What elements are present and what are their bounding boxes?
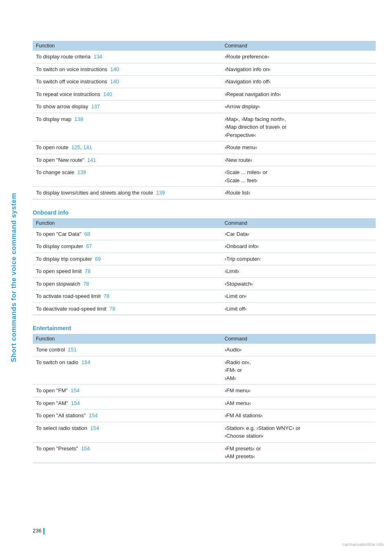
function-cell: To open route 125, 141 <box>33 141 221 154</box>
table-row: To show arrow display 137›Arrow display‹ <box>33 101 376 113</box>
function-text: To open "All stations" <box>36 412 89 418</box>
entertainment-table: Function Command Tone control 151›Audio‹… <box>33 334 376 463</box>
table-row: To repeat voice instructions 140›Repeat … <box>33 88 376 101</box>
page-ref: 68 <box>84 231 90 237</box>
function-text: To switch on radio <box>36 359 81 365</box>
col-function-nav: Function <box>33 41 221 51</box>
command-cell: ›Route menu‹ <box>221 141 376 154</box>
function-text: To open "Presets" <box>36 445 81 452</box>
function-cell: To display computer 67 <box>33 240 221 253</box>
function-cell: To display trip computer 69 <box>33 253 221 265</box>
command-cell: ›Limit off‹ <box>221 302 376 315</box>
command-cell: ›Route list‹ <box>221 187 376 199</box>
function-cell: To repeat voice instructions 140 <box>33 88 221 101</box>
table-row: To open stopwatch 78›Stopwatch‹ <box>33 278 376 290</box>
col-function-ent: Function <box>33 334 221 344</box>
function-cell: To open "Presets" 154 <box>33 442 221 463</box>
section-entertainment: Entertainment Function Command Tone cont… <box>33 325 376 463</box>
table-row: To switch on voice instructions 140›Navi… <box>33 63 376 76</box>
function-cell: To display towns/cities and streets alon… <box>33 187 221 199</box>
command-cell: ›Car Data‹ <box>221 228 376 240</box>
function-text: To open stopwatch <box>36 281 83 287</box>
table-row: To change scale 139›Scale ... miles‹ or … <box>33 166 376 187</box>
function-cell: To open "New route" 141 <box>33 154 221 166</box>
page-ref: 67 <box>86 243 92 249</box>
command-cell: ›Stopwatch‹ <box>221 278 376 290</box>
page-ref: 139 <box>156 190 165 196</box>
table-row: Tone control 151›Audio‹ <box>33 344 376 356</box>
table-row: To open "FM" 154›FM menu‹ <box>33 385 376 397</box>
table-row: To open "Car Data" 68›Car Data‹ <box>33 228 376 240</box>
function-cell: To open "All stations" 154 <box>33 410 221 422</box>
table-row: To display route criteria 134›Route pref… <box>33 51 376 63</box>
page-ref: 78 <box>83 281 89 287</box>
page-ref: 139 <box>77 169 86 175</box>
command-cell: ›Repeat navigation info‹ <box>221 88 376 101</box>
page-ref: 78 <box>103 293 109 299</box>
table-row: To select radio station 154›Station‹ e.g… <box>33 422 376 442</box>
command-cell: ›FM presets‹ or ›AM presets‹ <box>221 442 376 463</box>
function-text: To display route criteria <box>36 54 94 60</box>
col-function-onboard: Function <box>33 218 221 228</box>
page-ref: 154 <box>81 359 90 365</box>
function-cell: To open stopwatch 78 <box>33 278 221 290</box>
page-ref: 151 <box>68 347 77 353</box>
page-ref: 154 <box>90 425 99 431</box>
function-text: To open "Car Data" <box>36 231 84 237</box>
command-cell: ›FM menu‹ <box>221 385 376 397</box>
onboard-info-table: Function Command To open "Car Data" 68›C… <box>33 218 376 316</box>
function-cell: To switch on voice instructions 140 <box>33 63 221 76</box>
function-text: To display trip computer <box>36 256 95 262</box>
page-ref: 125 <box>71 144 80 150</box>
section-navigation-top: Function Command To display route criter… <box>33 41 376 199</box>
function-text: To open "AM" <box>36 400 71 406</box>
command-cell: ›Limit‹ <box>221 265 376 278</box>
function-text: To open speed limit <box>36 268 85 274</box>
table-row: To display map 138›Map‹, ›Map facing nor… <box>33 113 376 141</box>
page-ref: 154 <box>71 387 80 394</box>
command-cell: ›New route‹ <box>221 154 376 166</box>
function-cell: To switch on radio 154 <box>33 356 221 385</box>
watermark: carmanualonline.info <box>342 542 384 547</box>
function-cell: Tone control 151 <box>33 344 221 356</box>
function-text: To display map <box>36 116 74 122</box>
function-cell: To open "AM" 154 <box>33 397 221 410</box>
col-command-ent: Command <box>221 334 376 344</box>
page-ref: 154 <box>89 412 98 418</box>
function-cell: To open "Car Data" 68 <box>33 228 221 240</box>
page-ref: 78 <box>109 306 115 312</box>
table-row: To open "New route" 141›New route‹ <box>33 154 376 166</box>
command-cell: ›Scale ... miles‹ or ›Scale ... feet‹ <box>221 166 376 187</box>
table-row: To deactivate road-speed limit 78›Limit … <box>33 302 376 315</box>
table-row: To activate road-speed limit 78›Limit on… <box>33 290 376 303</box>
function-cell: To change scale 139 <box>33 166 221 187</box>
table-row: To open "Presets" 154›FM presets‹ or ›AM… <box>33 442 376 463</box>
col-command-nav: Command <box>221 41 376 51</box>
table-row: To open "All stations" 154›FM All statio… <box>33 410 376 422</box>
command-cell: ›Navigation info off‹ <box>221 76 376 88</box>
command-cell: ›AM menu‹ <box>221 397 376 410</box>
function-cell: To select radio station 154 <box>33 422 221 442</box>
section-onboard-info: Onboard info Function Command To open "C… <box>33 209 376 316</box>
command-cell: ›FM All stations‹ <box>221 410 376 422</box>
page-ref: 141 <box>83 144 92 150</box>
function-cell: To deactivate road-speed limit 78 <box>33 302 221 315</box>
page-ref: 78 <box>85 268 90 274</box>
function-text: To select radio station <box>36 425 90 431</box>
function-cell: To display map 138 <box>33 113 221 141</box>
function-text: To activate road-speed limit <box>36 293 103 299</box>
page-ref: 141 <box>87 157 96 163</box>
table-row: To open route 125, 141›Route menu‹ <box>33 141 376 154</box>
command-cell: ›Arrow display‹ <box>221 101 376 113</box>
table-row: To switch on radio 154›Radio on‹, ›FM‹ o… <box>33 356 376 385</box>
command-cell: ›Onboard info‹ <box>221 240 376 253</box>
page-ref: 140 <box>110 66 119 72</box>
page-ref: 137 <box>91 103 100 110</box>
function-text: To switch on voice instructions <box>36 66 110 72</box>
command-cell: ›Station‹ e.g. ›Station WNYC‹ or ›Choose… <box>221 422 376 442</box>
function-cell: To display route criteria 134 <box>33 51 221 63</box>
page-ref: 154 <box>71 400 80 406</box>
command-cell: ›Audio‹ <box>221 344 376 356</box>
function-cell: To activate road-speed limit 78 <box>33 290 221 303</box>
table-row: To open speed limit 78›Limit‹ <box>33 265 376 278</box>
